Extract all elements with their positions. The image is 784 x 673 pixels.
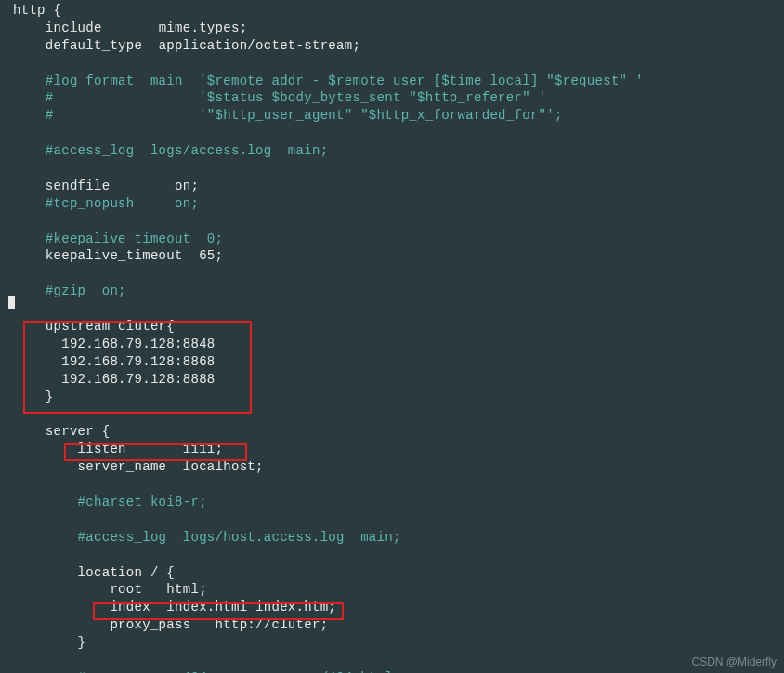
code-line: listen: [13, 442, 183, 456]
code-comment: #charset koi8-r;: [13, 495, 207, 509]
watermark-text: CSDN @Miderfly: [691, 654, 777, 669]
code-line: 192.168.79.128:8848: [13, 336, 216, 351]
code-line: }: [13, 389, 54, 404]
code-line: 192.168.79.128:8868: [13, 354, 216, 369]
code-value: index.html index.htm;: [166, 600, 336, 614]
code-comment: #log_format main '$remote_addr - $remote…: [13, 73, 644, 88]
code-line: keepalive_timeout: [13, 248, 199, 263]
code-comment: #tcp_nopush on;: [13, 196, 199, 211]
code-line: proxy_pass: [13, 617, 216, 632]
cursor-indicator: [8, 296, 15, 309]
code-comment: #keepalive_timeout 0;: [13, 231, 223, 246]
code-line: upstream cluter{: [13, 319, 175, 334]
code-line: index: [13, 600, 166, 614]
code-comment: # '"$http_user_agent" "$http_x_forwarded…: [13, 108, 563, 123]
code-value: html;: [166, 582, 207, 597]
code-value: 65;: [199, 248, 223, 263]
code-line: server_name: [13, 459, 183, 474]
code-line: default_type: [13, 38, 159, 53]
code-value: mime.types;: [159, 20, 248, 35]
code-value: application/octet-stream;: [159, 38, 361, 53]
code-value: on;: [175, 178, 199, 193]
code-line: 192.168.79.128:8888: [13, 372, 216, 387]
code-line: server {: [13, 424, 110, 439]
code-value: 1111;: [183, 442, 224, 456]
code-line: include: [13, 20, 159, 35]
code-comment: # '$status $body_bytes_sent "$http_refer…: [13, 90, 546, 105]
code-comment: #access_log logs/host.access.log main;: [13, 530, 401, 545]
code-line: }: [13, 635, 85, 650]
code-comment: #access_log logs/access.log main;: [13, 143, 328, 158]
code-line: root: [13, 582, 166, 597]
nginx-config-code: http { include mime.types; default_type …: [13, 2, 784, 673]
code-value: http://cluter;: [216, 617, 329, 632]
code-line: location / {: [13, 565, 175, 580]
code-comment: #gzip on;: [13, 284, 126, 298]
code-line: http {: [13, 3, 61, 18]
code-line: sendfile: [13, 178, 175, 193]
code-value: localhost;: [183, 459, 264, 474]
